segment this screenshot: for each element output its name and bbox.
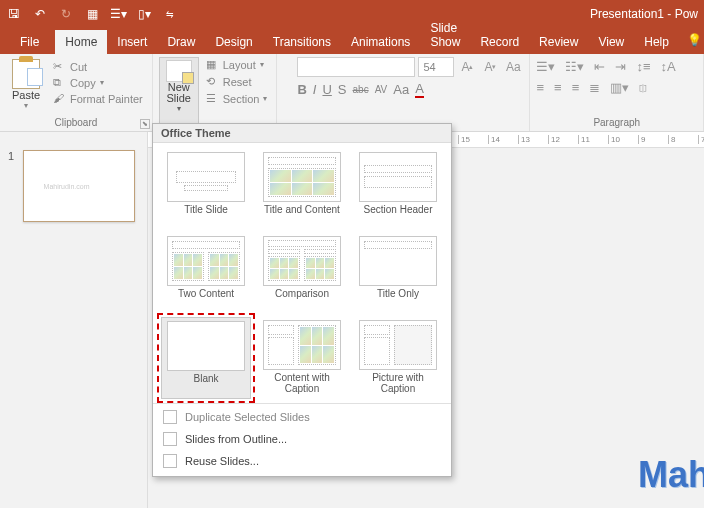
group-clipboard: Paste ▾ ✂Cut ⧉Copy ▾ 🖌Format Painter Cli…: [0, 54, 153, 131]
outline-icon: [163, 432, 177, 446]
decrease-indent-button[interactable]: ⇤: [594, 59, 605, 74]
format-painter-button[interactable]: 🖌Format Painter: [50, 91, 146, 106]
section-icon: ☰: [206, 92, 219, 105]
section-label: Section: [223, 93, 260, 105]
paragraph-group-label: Paragraph: [536, 115, 697, 131]
start-slideshow-icon[interactable]: ▦: [84, 6, 100, 22]
shadow-button[interactable]: S: [338, 82, 347, 97]
justify-button[interactable]: ≣: [589, 80, 600, 95]
slide-thumbnail[interactable]: Mahirudin.com: [23, 150, 135, 222]
tab-view[interactable]: View: [588, 30, 634, 54]
group-slides: New Slide ▾ ▦Layout ▾ ⟲Reset ☰Section ▾: [153, 54, 278, 131]
layout-section-header[interactable]: Section Header: [353, 149, 443, 229]
qat-customize-icon[interactable]: ⇋: [162, 6, 178, 22]
touch-mode-icon[interactable]: ☰▾: [110, 6, 126, 22]
bold-button[interactable]: B: [297, 82, 306, 97]
align-right-button[interactable]: ≡: [572, 80, 580, 95]
italic-button[interactable]: I: [313, 82, 317, 97]
layout-two-content[interactable]: Two Content: [161, 233, 251, 313]
reuse-icon: [163, 454, 177, 468]
quick-access-toolbar: 🖫 ↶ ↻ ▦ ☰▾ ▯▾ ⇋: [6, 6, 178, 22]
char-spacing-button[interactable]: AV: [375, 84, 388, 95]
ribbon: Paste ▾ ✂Cut ⧉Copy ▾ 🖌Format Painter Cli…: [0, 54, 704, 132]
layout-title-content[interactable]: Title and Content: [257, 149, 347, 229]
bullets-button[interactable]: ☰▾: [536, 59, 555, 74]
cut-button[interactable]: ✂Cut: [50, 59, 146, 74]
copy-button[interactable]: ⧉Copy ▾: [50, 75, 146, 90]
group-paragraph: ☰▾ ☷▾ ⇤ ⇥ ↕≡ ↕A ≡ ≡ ≡ ≣ ▥▾ ⎅ Paragraph: [530, 54, 704, 131]
tab-animations[interactable]: Animations: [341, 30, 420, 54]
tab-file[interactable]: File: [10, 30, 55, 54]
slide-thumbnails-panel: 1 Mahirudin.com: [0, 132, 148, 508]
layout-blank[interactable]: Blank: [161, 317, 251, 399]
lightbulb-icon: 💡: [687, 33, 702, 47]
tab-insert[interactable]: Insert: [107, 30, 157, 54]
tab-review[interactable]: Review: [529, 30, 588, 54]
layout-title-slide[interactable]: Title Slide: [161, 149, 251, 229]
tab-home[interactable]: Home: [55, 30, 107, 54]
layout-title-only[interactable]: Title Only: [353, 233, 443, 313]
copy-icon: ⧉: [53, 76, 66, 89]
align-left-button[interactable]: ≡: [536, 80, 544, 95]
watermark-text: Mah: [638, 454, 704, 496]
chevron-down-icon: ▾: [177, 104, 181, 113]
outline-label: Slides from Outline...: [185, 433, 287, 445]
font-family-input[interactable]: [297, 57, 415, 77]
format-painter-label: Format Painter: [70, 93, 143, 105]
scissors-icon: ✂: [53, 60, 66, 73]
text-direction-button[interactable]: ↕A: [661, 59, 676, 74]
duplicate-icon: [163, 410, 177, 424]
tab-draw[interactable]: Draw: [157, 30, 205, 54]
duplicate-label: Duplicate Selected Slides: [185, 411, 310, 423]
new-slide-label: New Slide: [167, 82, 191, 104]
columns-button[interactable]: ▥▾: [610, 80, 629, 95]
copy-label: Copy: [70, 77, 96, 89]
tell-me[interactable]: 💡 Tell me: [687, 26, 704, 54]
menu-duplicate-slides[interactable]: Duplicate Selected Slides: [153, 406, 451, 428]
title-bar: 🖫 ↶ ↻ ▦ ☰▾ ▯▾ ⇋ Presentation1 - Pow: [0, 0, 704, 28]
new-doc-icon[interactable]: ▯▾: [136, 6, 152, 22]
tab-help[interactable]: Help: [634, 30, 679, 54]
paste-label: Paste: [12, 89, 40, 101]
undo-icon[interactable]: ↶: [32, 6, 48, 22]
group-font: A▴ A▾ Aa B I U S abc AV Aa A: [277, 54, 530, 131]
font-color-button[interactable]: A: [415, 81, 424, 98]
tab-record[interactable]: Record: [470, 30, 529, 54]
save-icon[interactable]: 🖫: [6, 6, 22, 22]
brush-icon: 🖌: [53, 92, 66, 105]
layout-content-caption[interactable]: Content with Caption: [257, 317, 347, 399]
underline-button[interactable]: U: [322, 82, 331, 97]
tab-transitions[interactable]: Transitions: [263, 30, 341, 54]
new-slide-button[interactable]: New Slide ▾: [159, 57, 199, 131]
reset-label: Reset: [223, 76, 252, 88]
strike-button[interactable]: abc: [353, 84, 369, 95]
tab-design[interactable]: Design: [205, 30, 262, 54]
clear-formatting-icon[interactable]: Aa: [503, 57, 523, 77]
font-size-input[interactable]: [418, 57, 454, 77]
change-case-button[interactable]: Aa: [393, 82, 409, 97]
numbering-button[interactable]: ☷▾: [565, 59, 584, 74]
reset-button[interactable]: ⟲Reset: [203, 74, 271, 89]
align-text-button[interactable]: ⎅: [639, 80, 647, 95]
menu-slides-from-outline[interactable]: Slides from Outline...: [153, 428, 451, 450]
layout-icon: ▦: [206, 58, 219, 71]
paste-button[interactable]: Paste ▾: [6, 57, 46, 115]
layout-picture-caption[interactable]: Picture with Caption: [353, 317, 443, 399]
workspace: 1 Mahirudin.com 15 14 13 12 11 10 9 8 7 …: [0, 132, 704, 508]
increase-font-icon[interactable]: A▴: [457, 57, 477, 77]
reset-icon: ⟲: [206, 75, 219, 88]
new-slide-gallery: Office Theme Title Slide Title and Conte…: [152, 123, 452, 477]
menu-reuse-slides[interactable]: Reuse Slides...: [153, 450, 451, 472]
tab-slideshow[interactable]: Slide Show: [420, 16, 470, 54]
align-center-button[interactable]: ≡: [554, 80, 562, 95]
line-spacing-button[interactable]: ↕≡: [636, 59, 650, 74]
gallery-header: Office Theme: [153, 124, 451, 143]
dialog-launcher-icon[interactable]: ⬊: [140, 119, 150, 129]
layout-comparison[interactable]: Comparison: [257, 233, 347, 313]
increase-indent-button[interactable]: ⇥: [615, 59, 626, 74]
section-button[interactable]: ☰Section ▾: [203, 91, 271, 106]
window-title: Presentation1 - Pow: [590, 7, 698, 21]
layout-button[interactable]: ▦Layout ▾: [203, 57, 271, 72]
redo-icon[interactable]: ↻: [58, 6, 74, 22]
decrease-font-icon[interactable]: A▾: [480, 57, 500, 77]
